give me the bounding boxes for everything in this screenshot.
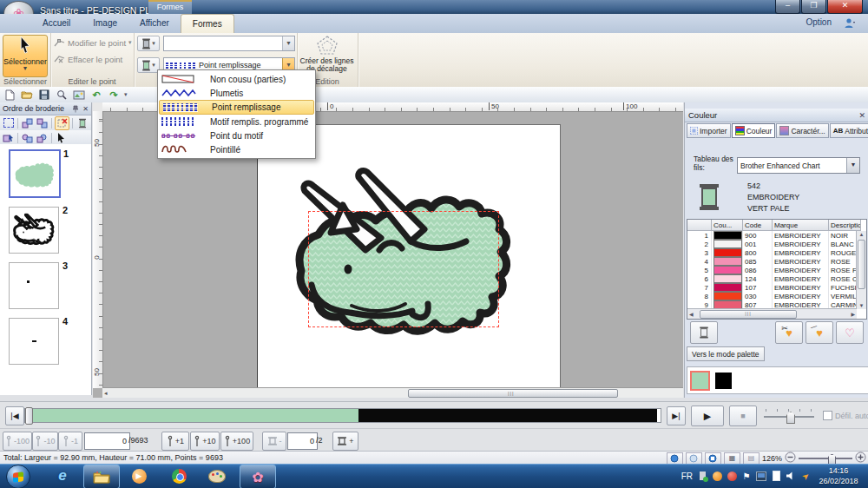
taskbar-explorer[interactable] <box>83 465 120 488</box>
realistic-view-icon[interactable]: ▤ <box>743 452 760 465</box>
select-tool-button[interactable]: Sélectionner ▼ <box>3 35 48 77</box>
thread-spool-icon[interactable] <box>76 117 89 129</box>
toolbar-overflow-icon[interactable]: ▾ <box>124 91 128 98</box>
palette-chip-black[interactable] <box>715 373 732 389</box>
menu-item-point-remplissage[interactable]: Point remplissage <box>159 100 314 115</box>
back-100-stitches-button[interactable]: -100 <box>3 432 32 451</box>
order-thumbnail-1[interactable]: 1 <box>9 149 61 198</box>
language-indicator[interactable]: FR <box>681 472 693 481</box>
deselect-icon[interactable] <box>55 116 69 130</box>
order-thumbnail-2[interactable]: 2 <box>9 207 59 254</box>
line-sew-color-button[interactable]: ▾ <box>137 36 160 51</box>
palette-chip-green[interactable] <box>692 373 708 389</box>
move-backward-icon[interactable] <box>36 117 49 129</box>
save-icon[interactable] <box>37 89 51 101</box>
cut-favorite-button[interactable]: ♥ ✂ <box>775 321 803 344</box>
favorite-button[interactable]: ♡ <box>836 321 864 344</box>
panel-close-icon[interactable]: ✕ <box>82 105 89 113</box>
tab-image[interactable]: Image <box>82 14 128 33</box>
zoom-slider-thumb[interactable] <box>828 454 836 465</box>
move-forward-icon[interactable] <box>21 117 34 129</box>
tab-attributs[interactable]: AB Attribut... <box>830 123 868 138</box>
thread-table[interactable]: Cou... Code Marque Descriptio 1 900 EMBR… <box>687 219 867 320</box>
image-panel-icon[interactable] <box>72 89 86 101</box>
back-1-stitch-button[interactable]: -1 <box>58 432 82 451</box>
group-paste-icon[interactable] <box>36 132 49 144</box>
scroll-down-icon[interactable]: ▼ <box>857 303 866 308</box>
order-thumbnail-4[interactable]: 4 <box>9 318 59 365</box>
sew-favorite-button[interactable]: ♥ ∕ <box>806 321 833 344</box>
table-vscroll-thumb[interactable] <box>858 240 865 289</box>
thread-chart-arrow[interactable]: ▼ <box>846 158 859 173</box>
fit-selection-icon[interactable] <box>2 117 15 129</box>
back-10-stitches-button[interactable]: -10 <box>32 432 58 451</box>
select-dropdown-arrow[interactable]: ▼ <box>23 66 29 70</box>
user-icon[interactable] <box>844 17 856 29</box>
open-folder-icon[interactable] <box>20 89 34 101</box>
menu-item-non-cousu[interactable]: Non cousu (parties) <box>158 72 315 86</box>
forward-1-stitch-button[interactable]: +1 <box>161 432 189 451</box>
thread-row[interactable]: 8 030 EMBROIDERY VERMILL <box>687 292 866 300</box>
line-sew-type-combo[interactable]: ▼ <box>163 36 295 51</box>
col-code[interactable]: Code <box>743 220 773 231</box>
close-button[interactable]: ✕ <box>827 0 863 14</box>
taskbar-paint[interactable] <box>200 465 234 487</box>
menu-item-point-du-motif[interactable]: 88 88 88 Point du motif <box>158 129 315 142</box>
tab-importer[interactable]: Importer <box>687 123 731 138</box>
taskbar-clock[interactable]: 14:16 26/02/2018 <box>812 465 865 486</box>
selection-rectangle[interactable] <box>308 211 499 327</box>
zoom-in-icon[interactable] <box>855 452 866 465</box>
thread-row[interactable]: 5 086 EMBROIDERY ROSE FO <box>687 266 866 274</box>
taskbar-pe-design[interactable]: ✿ <box>240 465 276 488</box>
display-tray-icon[interactable] <box>756 471 766 481</box>
auto-scroll-checkbox[interactable] <box>823 411 832 420</box>
zoom-slider[interactable] <box>799 453 852 464</box>
go-to-end-button[interactable]: ▶| <box>667 406 686 425</box>
pin-icon[interactable] <box>72 105 79 113</box>
table-vertical-scrollbar[interactable]: ▲ ▼ <box>856 231 866 309</box>
palette-mode-button[interactable]: Vers le mode palette <box>687 346 765 361</box>
canvas-scroll-thumb[interactable]: ||| <box>408 389 618 398</box>
modify-point-button[interactable]: Modifier le point▾ <box>54 36 134 49</box>
thread-row[interactable]: 2 001 EMBROIDERY BLANC <box>687 240 866 248</box>
taskbar-media-player[interactable]: ▶ <box>122 465 156 487</box>
stitch-progress-track[interactable] <box>24 408 661 423</box>
flag-tray-icon[interactable]: ⚑ <box>741 471 752 481</box>
table-horizontal-scrollbar[interactable]: ◀ ||| ▶ <box>687 308 857 319</box>
speed-slider-thumb[interactable] <box>786 412 795 424</box>
zoom-all-icon[interactable] <box>667 452 683 465</box>
redo-icon[interactable]: ↷ <box>107 89 121 101</box>
volume-tray-icon[interactable] <box>786 471 796 481</box>
zoom-selection-icon[interactable] <box>705 452 721 465</box>
undo-icon[interactable]: ↶ <box>89 89 103 101</box>
table-hscroll-thumb[interactable]: ||| <box>700 310 797 319</box>
menu-item-plumetis[interactable]: Plumetis <box>158 86 315 100</box>
group-copy-icon[interactable] <box>21 132 34 144</box>
current-stitch-input[interactable]: 0 <box>84 432 130 450</box>
battery-tray-icon[interactable] <box>771 471 781 481</box>
tab-formes[interactable]: Formes <box>181 14 234 33</box>
tab-caracteristiques[interactable]: Caractér... <box>776 123 828 138</box>
menu-item-motif-remplissage-programme[interactable]: Motif remplis. programmé <box>158 115 315 129</box>
zoom-out-icon[interactable] <box>785 452 796 465</box>
col-description[interactable]: Descriptio <box>829 220 861 231</box>
scroll-right-icon[interactable]: ▶ <box>851 311 855 317</box>
scroll-left-icon[interactable]: ◀ <box>689 311 694 317</box>
col-couleur[interactable]: Cou... <box>712 220 743 231</box>
minimize-button[interactable]: – <box>775 0 800 14</box>
next-color-button[interactable]: + <box>332 432 358 451</box>
scroll-left-icon[interactable]: ◂ <box>104 390 108 397</box>
color-panel-close-icon[interactable]: ✕ <box>858 111 865 120</box>
thread-row[interactable]: 6 124 EMBROIDERY ROSE CH <box>687 274 866 283</box>
speed-slider[interactable] <box>764 409 814 421</box>
antivirus-tray-icon[interactable] <box>727 471 737 481</box>
merge-shapes-icon[interactable] <box>2 132 15 144</box>
line-sew-type-arrow[interactable]: ▼ <box>282 36 294 50</box>
option-menu[interactable]: Option <box>806 17 832 27</box>
play-button[interactable]: ▶ <box>691 406 724 426</box>
thread-spool-button[interactable] <box>690 321 718 344</box>
forward-100-stitches-button[interactable]: +100 <box>220 432 253 451</box>
alert-tray-icon[interactable] <box>712 471 722 481</box>
tab-afficher[interactable]: Afficher <box>128 14 181 33</box>
current-color-input[interactable]: 0 <box>287 432 318 450</box>
